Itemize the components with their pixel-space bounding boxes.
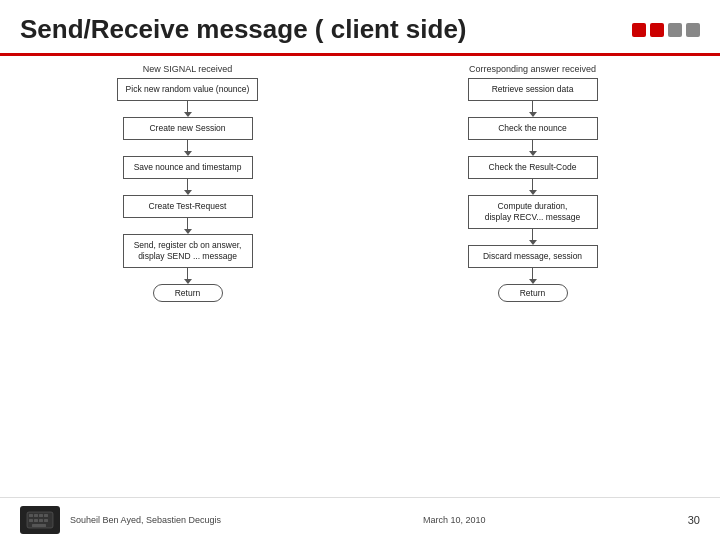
left-return: Return xyxy=(153,284,223,302)
left-box-1: Pick new random value (nounce) xyxy=(117,78,259,101)
arrow-line xyxy=(532,101,534,112)
svg-rect-5 xyxy=(29,519,33,522)
arrow-line xyxy=(187,268,189,279)
arrow-line xyxy=(532,140,534,151)
arrow-r1 xyxy=(529,101,537,117)
svg-rect-2 xyxy=(34,514,38,517)
right-return: Return xyxy=(498,284,568,302)
arrow-l1 xyxy=(184,101,192,117)
arrow-l4 xyxy=(184,218,192,234)
svg-rect-1 xyxy=(29,514,33,517)
columns-wrapper: New SIGNAL received Pick new random valu… xyxy=(20,64,700,302)
arrow-r2 xyxy=(529,140,537,156)
left-box-5: Send, register cb on answer, display SEN… xyxy=(123,234,253,268)
arrow-line xyxy=(187,218,189,229)
dot-3 xyxy=(668,23,682,37)
footer-left: Souheil Ben Ayed, Sebastien Decugis xyxy=(20,506,221,534)
svg-rect-6 xyxy=(34,519,38,522)
right-box-3: Check the Result-Code xyxy=(468,156,598,179)
svg-rect-4 xyxy=(44,514,48,517)
arrow-r5 xyxy=(529,268,537,284)
arrow-l2 xyxy=(184,140,192,156)
svg-rect-3 xyxy=(39,514,43,517)
right-box-4: Compute duration, display RECV... messag… xyxy=(468,195,598,229)
slide-footer: Souheil Ben Ayed, Sebastien Decugis Marc… xyxy=(0,497,720,540)
dot-1 xyxy=(632,23,646,37)
diagram-area: New SIGNAL received Pick new random valu… xyxy=(0,62,720,302)
arrow-r3 xyxy=(529,179,537,195)
right-box-1: Retrieve session data xyxy=(468,78,598,101)
dot-4 xyxy=(686,23,700,37)
arrow-r4 xyxy=(529,229,537,245)
svg-rect-9 xyxy=(32,524,46,527)
footer-date: March 10, 2010 xyxy=(423,515,486,525)
arrow-line xyxy=(532,229,534,240)
right-column: Corresponding answer received Retrieve s… xyxy=(365,64,700,302)
left-box-4: Create Test-Request xyxy=(123,195,253,218)
left-box-3: Save nounce and timestamp xyxy=(123,156,253,179)
dot-2 xyxy=(650,23,664,37)
keyboard-icon xyxy=(20,506,60,534)
svg-rect-7 xyxy=(39,519,43,522)
arrow-l3 xyxy=(184,179,192,195)
arrow-line xyxy=(532,268,534,279)
slide-title: Send/Receive message ( client side) xyxy=(20,14,467,45)
arrow-line xyxy=(187,179,189,190)
slide-header: Send/Receive message ( client side) xyxy=(0,0,720,53)
left-col-label: New SIGNAL received xyxy=(143,64,233,74)
arrow-line xyxy=(532,179,534,190)
right-box-2: Check the nounce xyxy=(468,117,598,140)
arrow-line xyxy=(187,101,189,112)
arrow-line xyxy=(187,140,189,151)
footer-page-number: 30 xyxy=(688,514,700,526)
decoration-dots xyxy=(632,23,700,37)
left-column: New SIGNAL received Pick new random valu… xyxy=(20,64,355,302)
right-box-5: Discard message, session xyxy=(468,245,598,268)
right-col-label: Corresponding answer received xyxy=(469,64,596,74)
header-divider xyxy=(0,53,720,56)
svg-rect-8 xyxy=(44,519,48,522)
left-box-2: Create new Session xyxy=(123,117,253,140)
arrow-l5 xyxy=(184,268,192,284)
footer-author: Souheil Ben Ayed, Sebastien Decugis xyxy=(70,515,221,525)
